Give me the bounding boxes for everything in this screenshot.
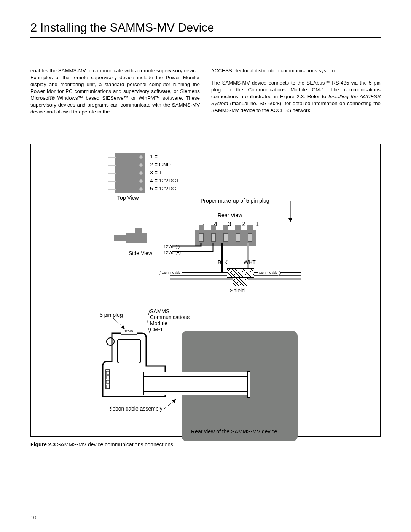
comm-cable-right: Comm Cable — [258, 270, 279, 275]
pin-label-1: 1 = - — [150, 153, 161, 160]
svg-rect-12 — [117, 339, 141, 363]
figure-caption-bold: Figure 2.3 — [30, 441, 56, 447]
column-right: ACCESS electrical distribution communica… — [211, 67, 381, 121]
pin-label-3: 3 = + — [150, 169, 162, 176]
top-view-label: Top View — [117, 195, 139, 201]
plug-side-view — [114, 228, 151, 251]
pin-label-5: 5 = 12VDC- — [150, 185, 178, 192]
rear-device-label: Rear view of the SAMMS-MV device — [191, 428, 277, 435]
cm1-label: SAMMS Communications Module CM-1 — [150, 308, 190, 332]
pin-label-4: 4 = 12VDC+ — [150, 177, 179, 184]
wht-label: WHT — [244, 259, 256, 265]
svg-rect-6 — [121, 332, 137, 335]
comm-cable-left: Comm Cable — [161, 270, 182, 275]
shield-clamp — [227, 268, 254, 278]
chapter-title: 2 Installing the SAMMS-MV Device — [30, 21, 381, 38]
svg-marker-14 — [172, 399, 176, 403]
body-text: (manual no. SG-6028), for detailed infor… — [211, 101, 381, 113]
body-para-left: enables the SAMMS-MV to communicate with… — [30, 67, 200, 115]
column-left: enables the SAMMS-MV to communicate with… — [30, 67, 200, 121]
figure-caption: Figure 2.3 SAMMS-MV device communication… — [30, 441, 381, 447]
rear-view-label: Rear View — [218, 212, 242, 218]
side-view-label: Side View — [129, 250, 152, 256]
shield-label: Shield — [230, 288, 245, 294]
figure-frame: 1 = - 2 = GND 3 = + 4 = 12VDC+ 5 = 12VDC… — [30, 144, 381, 437]
ribbon-cable — [143, 372, 248, 395]
figure-caption-text: SAMMS-MV device communications connectio… — [56, 441, 173, 447]
page-number: 10 — [30, 514, 37, 521]
five-pin-plug-label: 5 pin plug — [100, 312, 123, 318]
blk-label: BLK — [218, 259, 228, 265]
terminal-block-top — [115, 153, 145, 193]
shield-clamp-stem — [233, 278, 248, 286]
body-para-right-1: ACCESS electrical distribution communica… — [211, 67, 381, 74]
leader-line — [164, 398, 180, 409]
pin-label-2: 2 = GND — [150, 161, 171, 168]
body-columns: enables the SAMMS-MV to communicate with… — [30, 67, 381, 121]
v12neg-label: 12Vdc(-) — [164, 244, 180, 249]
v12pos-label: 12Vdc(+) — [164, 250, 181, 255]
ribbon-label: Ribbon cable assembly — [107, 406, 162, 412]
body-para-right-2: The SAMMS-MV device connects to the SEAb… — [211, 80, 381, 114]
svg-marker-2 — [288, 218, 292, 222]
